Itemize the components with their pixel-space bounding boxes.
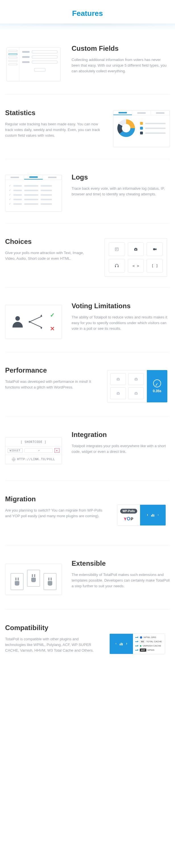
feature-voting-limitations: ✓ ✕ Voting Limitations The ability of To…: [0, 288, 175, 352]
camera-icon: [110, 388, 126, 399]
cross-icon: ✕: [50, 325, 55, 332]
integration-title: Integration: [72, 431, 170, 439]
integration-body: Totalpoll integrates your polls everywhe…: [72, 443, 170, 455]
statistics-illustration: [113, 109, 170, 149]
compatibility-body: TotalPoll is compatible with other plugi…: [5, 636, 95, 653]
check-icon: ✓: [50, 312, 55, 318]
svg-rect-21: [122, 643, 123, 645]
svg-rect-18: [153, 515, 154, 517]
feature-extensible: Extensible The extensibility of TotalPol…: [0, 545, 175, 610]
widget-label: WIDGET: [8, 448, 23, 453]
stopwatch-icon: [153, 379, 161, 388]
donut-chart-icon: [117, 119, 135, 137]
shortcode-row: [ SHORTCODE ]: [5, 438, 61, 446]
feature-logs: ✓ ✓ ✓ ✓ ✓ Logs Trace back every vote, wi…: [0, 159, 175, 223]
brackets-icon: [ ]: [147, 259, 163, 273]
logs-body: Trace back every vote, with an informati…: [72, 186, 170, 197]
feature-compatibility: ⬤WPML.ORG W3TOTAL CACHE ◆VARNISH CACHE A…: [0, 610, 175, 674]
page-title: Features: [0, 0, 175, 24]
statistics-body: Regular vote tracking has been made easy…: [5, 121, 103, 138]
feature-custom-fields: Custom Fields Collecting additional info…: [0, 30, 175, 94]
code-icon: < >: [128, 259, 144, 273]
totalpoll-logo-icon: [116, 638, 127, 649]
wp-polls-badge: WP-Polls: [120, 509, 137, 514]
logs-title: Logs: [72, 173, 170, 181]
svg-rect-16: [151, 515, 152, 517]
feature-choices: < > [ ] Choices Give your polls more att…: [0, 223, 175, 287]
camera-icon: [128, 373, 144, 385]
svg-rect-6: [118, 266, 119, 268]
svg-rect-20: [121, 643, 122, 645]
performance-body: TotalPoll was developed with performance…: [5, 379, 95, 390]
extensible-title: Extensible: [72, 559, 170, 567]
compat-w3: W3TOTAL CACHE: [136, 640, 161, 643]
integration-illustration: [ SHORTCODE ] WIDGET ✕ HTTP://LINK.TO/PO…: [5, 431, 62, 470]
user-icon: [12, 316, 23, 328]
branch-icon: [28, 313, 45, 330]
wave-divider: [0, 24, 175, 30]
voting-limitations-illustration: ✓ ✕: [5, 302, 62, 342]
globe-icon: [12, 458, 15, 461]
link-label: HTTP://LINK.TO/POLL: [17, 458, 55, 461]
extensible-body: The extensibility of TotalPoll makes suc…: [72, 572, 170, 589]
plugin-icon: [10, 573, 24, 590]
svg-marker-11: [40, 328, 42, 329]
extensible-illustration: [5, 559, 62, 599]
camera-icon: [128, 388, 144, 399]
svg-point-14: [118, 393, 119, 394]
svg-rect-19: [120, 644, 121, 645]
totalpoll-logo-icon: [147, 509, 158, 521]
custom-fields-title: Custom Fields: [72, 44, 170, 53]
choices-body: Give your polls more attraction with Tex…: [5, 250, 92, 261]
voting-limitations-body: The ability of Totalpoll to reduce votes…: [72, 314, 170, 332]
svg-rect-4: [153, 248, 155, 250]
svg-point-15: [135, 393, 136, 394]
widget-row: WIDGET ✕: [5, 446, 61, 455]
svg-point-3: [135, 249, 136, 250]
feature-performance: 0.35s Performance TotalPoll was develope…: [0, 352, 175, 416]
compat-varnish: ◆VARNISH CACHE: [136, 645, 161, 647]
logs-illustration: ✓ ✓ ✓ ✓ ✓: [5, 173, 62, 213]
choices-illustration: < > [ ]: [102, 238, 170, 277]
yop-logo: YOP: [124, 516, 133, 522]
svg-point-12: [118, 379, 119, 380]
statistics-title: Statistics: [5, 109, 103, 117]
plugin-icon: [44, 573, 56, 590]
compatibility-illustration: ⬤WPML.ORG W3TOTAL CACHE ◆VARNISH CACHE A…: [104, 624, 170, 663]
feature-integration: [ SHORTCODE ] WIDGET ✕ HTTP://LINK.TO/PO…: [0, 416, 175, 480]
performance-time: 0.35s: [153, 389, 161, 393]
close-icon: ✕: [54, 448, 59, 453]
svg-point-13: [135, 379, 136, 380]
video-icon: [147, 243, 163, 256]
svg-line-8: [29, 316, 42, 322]
compatibility-title: Compatibility: [5, 624, 95, 632]
feature-migration: WP-Polls YOP Migration Are you planning …: [0, 481, 175, 545]
plugin-icon: [27, 570, 40, 587]
svg-rect-5: [115, 266, 116, 268]
migration-title: Migration: [5, 495, 103, 503]
migration-body: Are you planning to switch? You can migr…: [5, 507, 103, 519]
svg-line-9: [29, 322, 42, 328]
custom-fields-body: Collecting additional information from v…: [72, 57, 170, 74]
choices-title: Choices: [5, 238, 92, 246]
svg-rect-17: [152, 514, 153, 517]
migration-illustration: WP-Polls YOP: [113, 495, 170, 535]
performance-illustration: 0.35s: [104, 366, 170, 406]
camera-icon: [128, 243, 144, 256]
custom-fields-illustration: [5, 44, 62, 84]
text-icon: [109, 243, 125, 256]
compat-acf-wpms: ACFWPMS: [136, 649, 161, 652]
camera-icon: [110, 373, 126, 385]
performance-title: Performance: [5, 366, 95, 374]
headphones-icon: [109, 259, 125, 273]
feature-statistics: Statistics Regular vote tracking has bee…: [0, 95, 175, 159]
link-row: HTTP://LINK.TO/POLL: [5, 455, 61, 464]
svg-marker-10: [40, 314, 42, 316]
compat-wpml: ⬤WPML.ORG: [136, 636, 161, 639]
voting-limitations-title: Voting Limitations: [72, 302, 170, 310]
